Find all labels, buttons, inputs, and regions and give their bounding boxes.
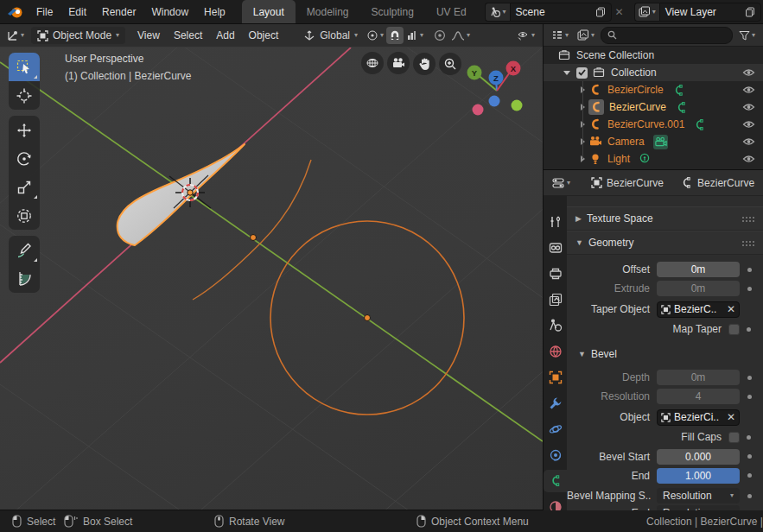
animate-dot[interactable] [747,287,752,291]
hide-toggle-eye-icon[interactable] [742,68,755,77]
hide-toggle-eye-icon[interactable] [742,120,755,129]
scene-browse-button[interactable]: ▾ [485,3,510,22]
tab-tool[interactable] [544,211,567,233]
bevel-mapping-start-dropdown[interactable]: Resolution ▾ [657,488,740,504]
outliner-row-beziercurve-001[interactable]: BezierCurve.001 [544,116,763,133]
outliner-row-light[interactable]: Light [544,150,763,168]
tab-physics[interactable] [544,418,567,440]
hide-toggle-eye-icon[interactable] [742,155,755,163]
curve-data-icon[interactable] [693,118,706,131]
menu-edit[interactable]: Edit [60,6,94,18]
menu-add[interactable]: Add [209,29,241,41]
tab-object[interactable] [544,366,567,389]
outliner-display-mode-dropdown[interactable]: ▾ [549,27,571,44]
panel-geometry[interactable]: ▼ Geometry [567,231,763,255]
editor-type-button[interactable]: ▾ [3,27,27,44]
view-layer-browse-button[interactable]: ▾ [634,3,659,22]
tab-object-data[interactable] [544,470,567,492]
curve-data-icon[interactable] [675,101,688,114]
bevel-resolution-input[interactable]: 4 [657,389,740,404]
outliner-filter-dropdown[interactable]: ▾ [736,27,758,44]
panel-grip-icon[interactable] [741,240,754,246]
tab-render[interactable] [544,237,567,259]
snap-toggle[interactable] [386,27,404,44]
zoom-view-button[interactable] [439,53,461,75]
pivot-point-dropdown[interactable]: ▾ [364,27,386,44]
menu-view[interactable]: View [130,29,167,41]
disclosure-open-icon[interactable] [563,71,570,75]
tool-move[interactable] [9,116,40,144]
tool-measure[interactable] [9,264,40,293]
light-data-icon[interactable] [639,153,651,165]
map-taper-checkbox[interactable] [728,324,740,335]
hide-toggle-eye-icon[interactable] [742,103,755,111]
transform-orientation-dropdown[interactable]: Global ▾ [297,27,364,44]
camera-view-button[interactable] [387,52,410,74]
fill-caps-checkbox[interactable] [728,432,740,443]
workspace-tab-layout[interactable]: Layout [242,0,296,23]
tool-rotate[interactable] [9,144,40,173]
hide-toggle-eye-icon[interactable] [742,86,755,94]
outliner-row-scene-collection[interactable]: Scene Collection [544,47,763,64]
workspace-tab-uv-editing[interactable]: UV Ed [425,0,478,23]
animate-dot[interactable] [747,376,752,380]
viewport-canvas[interactable]: Y Z X User Perspective (1) Collection | … [0,48,543,510]
scene-name-field[interactable]: Scene [510,3,612,22]
outliner-filter-display-dropdown[interactable]: ▾ [575,27,597,44]
menu-object[interactable]: Object [242,29,286,41]
tab-material[interactable] [544,496,567,510]
object-type-visibility-dropdown[interactable]: ▾ [513,27,537,44]
camera-data-icon[interactable] [653,135,668,149]
hide-toggle-eye-icon[interactable] [742,137,755,146]
pan-view-button[interactable] [413,53,436,75]
extrude-input[interactable]: 0m [657,281,740,296]
bevel-start-slider[interactable]: 0.000 [657,449,740,465]
view-layer-name-field[interactable]: View Layer [659,3,761,22]
navigation-gizmo[interactable]: Y Z X [467,61,523,116]
outliner-row-beziercurve[interactable]: BezierCurve [544,98,763,116]
workspace-tab-modeling[interactable]: Modeling [296,0,360,23]
outliner-row-camera[interactable]: Camera [544,133,763,150]
outliner-search-input[interactable] [601,27,733,44]
properties-editor-type-button[interactable]: ▾ [550,174,573,192]
tool-cursor[interactable] [9,81,40,110]
tab-scene[interactable] [544,314,567,337]
depth-input[interactable]: 0m [657,370,740,385]
menu-select[interactable]: Select [167,29,209,41]
gizmo-axis-neg-y[interactable] [512,100,523,111]
snap-settings-dropdown[interactable]: ▾ [404,27,426,44]
panel-grip-icon[interactable] [741,216,754,222]
animate-dot[interactable] [747,395,752,399]
gizmo-axis-neg-z[interactable] [489,96,500,107]
blender-logo-icon[interactable] [7,5,23,19]
mode-dropdown[interactable]: Object Mode ▾ [31,27,125,44]
animate-dot[interactable] [747,454,752,459]
menu-help[interactable]: Help [196,6,233,18]
tool-annotate[interactable] [9,236,40,264]
tab-output[interactable] [544,263,567,285]
tool-select-box[interactable] [9,53,40,81]
offset-input[interactable]: 0m [657,262,740,277]
menu-file[interactable]: File [29,6,60,18]
tab-modifiers[interactable] [544,392,567,415]
animate-dot[interactable] [747,494,752,498]
subpanel-bevel[interactable]: ▼ Bevel [567,345,763,364]
animate-dot[interactable] [747,268,752,272]
menu-render[interactable]: Render [94,6,143,18]
tab-view-layer[interactable] [544,288,567,311]
animate-dot[interactable] [747,327,751,332]
tab-world[interactable] [544,340,567,363]
bevel-end-slider[interactable]: 1.000 [657,468,740,484]
panel-texture-space[interactable]: ▶ Texture Space [567,206,763,231]
animate-dot[interactable] [747,435,751,440]
gizmo-axis-neg-x[interactable] [473,104,484,116]
proportional-falloff-dropdown[interactable]: ▾ [448,27,473,44]
tool-scale[interactable] [9,173,40,201]
animate-dot[interactable] [747,473,752,478]
clear-icon[interactable]: ✕ [727,411,735,423]
outliner-row-collection[interactable]: Collection [544,64,763,81]
proportional-editing-toggle[interactable] [431,27,448,44]
bevel-object-picker[interactable]: BezierCi.. ✕ [657,409,740,426]
collection-checkbox[interactable] [576,67,588,79]
clear-icon[interactable]: ✕ [727,303,735,315]
